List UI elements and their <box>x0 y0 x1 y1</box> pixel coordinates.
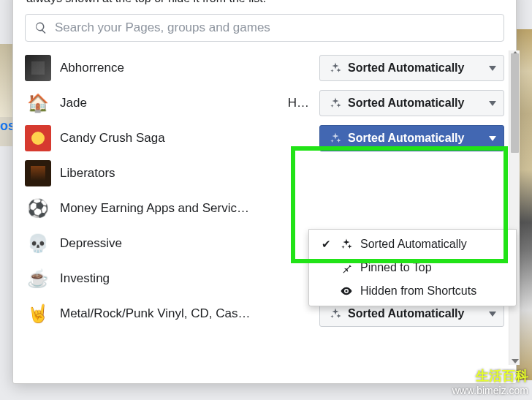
sparkle-icon <box>329 307 342 320</box>
search-icon <box>34 21 48 34</box>
list-item: Abhorrence Sorted Automatically <box>18 50 512 86</box>
list-item: Liberators Sorted Automatically <box>18 156 512 191</box>
list-item: Candy Crush Saga Sorted Automatically <box>18 121 512 156</box>
edit-shortcuts-modal: always shown at the top or hide it from … <box>12 0 517 384</box>
menu-item-pinned-to-top[interactable]: Pinned to Top <box>309 256 516 279</box>
avatar: 🤘 <box>25 301 51 327</box>
list-item: ⚽ Money Earning Apps and Servic… Sorted … <box>18 191 512 226</box>
avatar: ☕ <box>25 265 51 292</box>
item-name: Liberators <box>60 166 319 181</box>
avatar: 🏠 <box>25 90 51 116</box>
sort-dropdown-button[interactable]: Sorted Automatically <box>319 125 504 151</box>
scroll-down-icon[interactable] <box>512 359 519 366</box>
watermark-title: 生活百科 <box>452 368 528 385</box>
avatar <box>25 125 51 151</box>
check-icon: ✔ <box>319 238 332 251</box>
eye-icon <box>340 284 353 298</box>
item-extra: H… <box>288 96 319 110</box>
sort-label: Sorted Automatically <box>348 307 483 320</box>
sparkle-icon <box>340 238 353 251</box>
watermark-url: www.bimeiz.com <box>452 385 528 398</box>
scroll-thumb[interactable] <box>511 53 519 153</box>
menu-item-label: Pinned to Top <box>360 261 432 274</box>
sort-dropdown-menu: ✔ Sorted Automatically Pinned to Top Hid… <box>308 229 517 306</box>
chevron-down-icon <box>489 136 496 141</box>
sort-dropdown-button[interactable]: Sorted Automatically <box>319 55 504 81</box>
sparkle-icon <box>329 132 342 145</box>
list-item: 🏠 Jade H… Sorted Automatically <box>18 86 512 121</box>
sparkle-icon <box>329 61 342 75</box>
shortcuts-list: Abhorrence Sorted Automatically 🏠 Jade H… <box>13 49 516 371</box>
sort-label: Sorted Automatically <box>348 132 483 145</box>
chevron-down-icon <box>489 66 496 71</box>
avatar: ⚽ <box>25 195 51 222</box>
sort-dropdown-button[interactable]: Sorted Automatically <box>319 90 504 116</box>
sparkle-icon <box>329 97 342 110</box>
item-name: Abhorrence <box>60 61 319 75</box>
item-name: Candy Crush Saga <box>60 131 319 146</box>
search-input[interactable] <box>55 20 495 35</box>
avatar: 💀 <box>25 230 51 257</box>
item-name: Depressive <box>60 236 319 251</box>
menu-item-sorted-automatically[interactable]: ✔ Sorted Automatically <box>309 233 516 256</box>
scrollbar[interactable] <box>509 50 520 365</box>
watermark: 生活百科 www.bimeiz.com <box>452 368 528 397</box>
item-name: Metal/Rock/Punk Vinyl, CD, Cas… <box>60 306 319 321</box>
avatar <box>25 55 51 81</box>
menu-item-hidden-from-shortcuts[interactable]: Hidden from Shortcuts <box>309 279 516 303</box>
pin-icon <box>340 261 353 274</box>
chevron-down-icon <box>489 101 496 106</box>
sort-label: Sorted Automatically <box>348 97 483 110</box>
chevron-down-icon <box>489 312 496 317</box>
menu-item-label: Sorted Automatically <box>360 238 467 251</box>
sort-label: Sorted Automatically <box>348 61 483 75</box>
search-field[interactable] <box>25 14 504 42</box>
avatar <box>25 160 51 186</box>
item-name: Investing <box>60 271 319 286</box>
background-decoration <box>0 44 12 117</box>
modal-hint-text: always shown at the top or hide it from … <box>13 0 516 14</box>
menu-item-label: Hidden from Shortcuts <box>360 284 476 298</box>
item-name: Jade <box>60 96 288 110</box>
search-container <box>25 14 504 42</box>
item-name: Money Earning Apps and Servic… <box>60 201 319 216</box>
